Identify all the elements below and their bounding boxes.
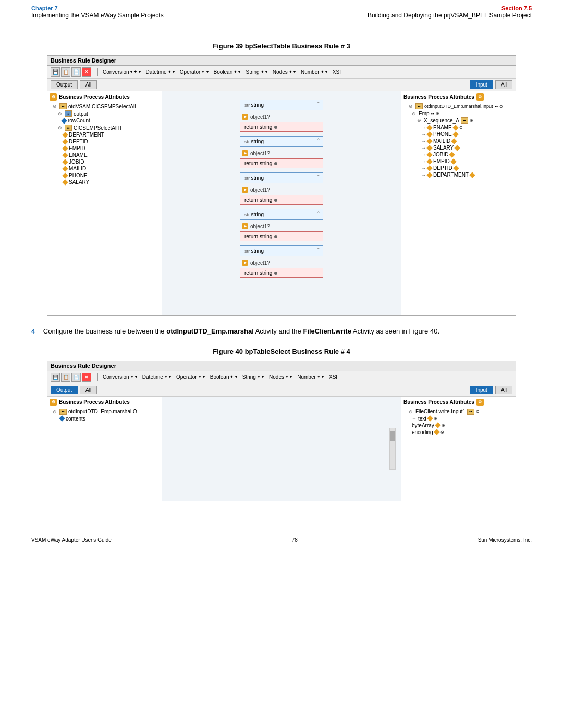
tree-item-empid[interactable]: EMPID [50, 145, 160, 152]
return-block-4: return string [240, 231, 323, 241]
page-footer: VSAM eWay Adapter User's Guide 78 Sun Mi… [0, 533, 563, 547]
toolbar-string[interactable]: String ✦ ▾ [244, 69, 268, 76]
toolbar-xsi[interactable]: XSI [331, 69, 342, 76]
diamond-brd2-byte [435, 423, 440, 428]
tree-item-jobid[interactable]: JOBID [50, 158, 160, 165]
brd2-toolbar-nodes[interactable]: Nodes ✦ ▾ [267, 374, 293, 380]
right-tree-department[interactable]: → DEPARTMENT [403, 171, 513, 178]
right-tree-ename[interactable]: → ENAME ⊙ [403, 124, 513, 131]
left-tabs: Output All [51, 80, 97, 89]
brd1-right-panel: Business Process Attributes ⚙ ⊖ ▪▪ otdIn… [401, 91, 516, 315]
expand-vsam[interactable]: ⊖ [52, 104, 58, 109]
diamond-r-dept [426, 172, 432, 178]
brd2-toolbar-number[interactable]: Number ✦ ▾ [296, 374, 325, 380]
brd2-right-text[interactable]: → text ⊙ [403, 415, 513, 422]
brd2-tree-dtd[interactable]: ⊖ ▪▪ otdInputDTD_Emp.marshal.O [50, 408, 160, 415]
return-dot-2 [274, 162, 277, 165]
right-tree-phone[interactable]: → PHONE [403, 131, 513, 138]
tab-input[interactable]: Input [470, 80, 493, 89]
return-block-1: return string [240, 122, 323, 132]
brd2-panel-icon-left: ⚙ [50, 399, 57, 406]
right-tree-emp[interactable]: ⊖ Emp ▪▪ ⊙ [403, 110, 513, 117]
brd2-toolbar-xsi[interactable]: XSI [327, 374, 339, 380]
func-group-5: str string ⌃ ▶ object1? return string [167, 245, 396, 278]
diamond-r-empid [426, 158, 432, 164]
tree-item-output[interactable]: ⊖ ▪ output [50, 110, 160, 117]
copy-icon[interactable]: 📋 [61, 67, 70, 77]
brd2-paste-icon[interactable]: 📄 [71, 373, 81, 382]
brd2-toolbar-operator[interactable]: Operator ✦ ▾ [175, 374, 206, 380]
return-block-5: return string [240, 268, 323, 278]
tab-all-left[interactable]: All [80, 80, 97, 89]
str-block-3: str string ⌃ [240, 172, 323, 183]
toolbar-nodes[interactable]: Nodes ✦ ▾ [271, 69, 297, 76]
brd2-tab-input[interactable]: Input [470, 386, 493, 394]
save-icon[interactable]: 💾 [51, 67, 60, 77]
right-tree-input-dtd[interactable]: ⊖ ▪▪ otdInputDTD_Emp.marshal.Input ▪▪ ⊙ [403, 103, 513, 110]
tree-item-vsam[interactable]: ⊖ ▪▪ otdVSAM.CICSEMPSelectAll [50, 103, 160, 110]
right-tree-deptid[interactable]: → DEPTID [403, 165, 513, 171]
str-block-1: str string ⌃ [240, 100, 323, 110]
conv-star: ✦ [133, 69, 138, 75]
brd2-toolbar: 💾 📋 📄 ✕ Conversion ✦ ▾ Datetime ✦ ▾ Oper… [47, 371, 516, 384]
right-tree-salary[interactable]: → SALARY [403, 144, 513, 151]
brd2-delete-icon[interactable]: ✕ [82, 373, 91, 382]
func-group-3: str string ⌃ ▶ object1? return string [167, 172, 396, 205]
diamond-mailid [62, 166, 68, 171]
func-group-2: str string ⌃ ▶ object1? return string [167, 136, 396, 168]
delete-icon[interactable]: ✕ [82, 67, 91, 77]
brd2-title: Business Rule Designer [47, 361, 516, 371]
brd2-toolbar-datetime[interactable]: Datetime ✦ ▾ [141, 374, 173, 380]
diamond-brd2-text [427, 416, 433, 422]
brd2-right-fileclient[interactable]: ⊖ FileClient.write.Input1 ▪▪ ⊙ [403, 408, 513, 415]
right-tree-mailid[interactable]: → MAILID [403, 138, 513, 144]
brd2-tab-all-left[interactable]: All [80, 386, 97, 394]
brd2-scrollbar[interactable] [389, 428, 396, 470]
footer-center: 78 [292, 537, 298, 543]
diamond-brd2-enc [434, 429, 439, 435]
page-header: Chapter 7 Implementing the VSAM eWay Sam… [0, 0, 563, 21]
toolbar-boolean[interactable]: Boolean ✦ ▾ [212, 69, 242, 76]
obj-line-4: ▶ object1? [240, 223, 323, 229]
paste-icon[interactable]: 📄 [71, 67, 81, 77]
diamond-r-deptid [426, 165, 432, 171]
brd2-tab-all-right[interactable]: All [495, 386, 512, 394]
brd2-right-encoding[interactable]: encoding ⊙ [403, 429, 513, 436]
tree-item-rowcount[interactable]: rowCount [50, 117, 160, 124]
brd2-tree-contents[interactable]: contents [50, 415, 160, 422]
toolbar-conversion[interactable]: Conversion ▾ ✦ ▾ [101, 69, 142, 76]
tree-item-mailid[interactable]: MAILID [50, 165, 160, 172]
brd2-save-icon[interactable]: 💾 [51, 373, 60, 382]
brd2-toolbar-boolean[interactable]: Boolean ✦ ▾ [209, 374, 239, 380]
toolbar-number[interactable]: Number ✦ ▾ [299, 69, 329, 76]
footer-right: Sun Microsystems, Inc. [478, 537, 532, 543]
tab-all-right[interactable]: All [495, 80, 512, 89]
func-group-4: str string ⌃ ▶ object1? return string [167, 209, 396, 241]
obj-line-1: ▶ object1? [240, 114, 323, 120]
brd2-toolbar-string[interactable]: String ✦ ▾ [241, 374, 265, 380]
tree-item-department[interactable]: DEPARTMENT [50, 131, 160, 138]
tab-output[interactable]: Output [51, 80, 78, 89]
tree-item-deptid[interactable]: DEPTID [50, 138, 160, 145]
diamond-r-phone [426, 131, 432, 137]
chapter-label: Chapter 7 [31, 5, 164, 11]
section-label: Section 7.5 [368, 5, 532, 11]
right-tree-jobid[interactable]: → JOBID [403, 151, 513, 158]
obj-icon-4: ▶ [242, 223, 248, 229]
toolbar-operator[interactable]: Operator ✦ ▾ [178, 69, 210, 76]
brd2-toolbar-conversion[interactable]: Conversion ✦ ▾ [101, 374, 139, 380]
brd2-tab-output[interactable]: Output [51, 386, 78, 394]
brd2-right-bytearray[interactable]: byteArray ⊙ [403, 422, 513, 429]
tree-item-ename[interactable]: ENAME [50, 152, 160, 158]
return-dot-1 [274, 126, 277, 129]
right-tree-xseq[interactable]: ⊖ X_sequence_A ▪▪ ⊙ [403, 117, 513, 124]
tree-item-cicsempselect[interactable]: ⊖ ▪▪ CICSEMPSelectAllIT [50, 124, 160, 131]
tree-item-salary[interactable]: SALARY [50, 179, 160, 186]
right-tree-empid[interactable]: → EMPID [403, 158, 513, 165]
diamond-dept [62, 132, 68, 138]
brd2-copy-icon[interactable]: 📋 [61, 373, 70, 382]
tree-item-phone[interactable]: PHONE [50, 172, 160, 179]
str-block-5: str string ⌃ [240, 245, 323, 256]
toolbar-datetime[interactable]: Datetime ✦ ▾ [144, 69, 176, 76]
func-group-1: str string ⌃ ▶ object1? return string [167, 100, 396, 132]
